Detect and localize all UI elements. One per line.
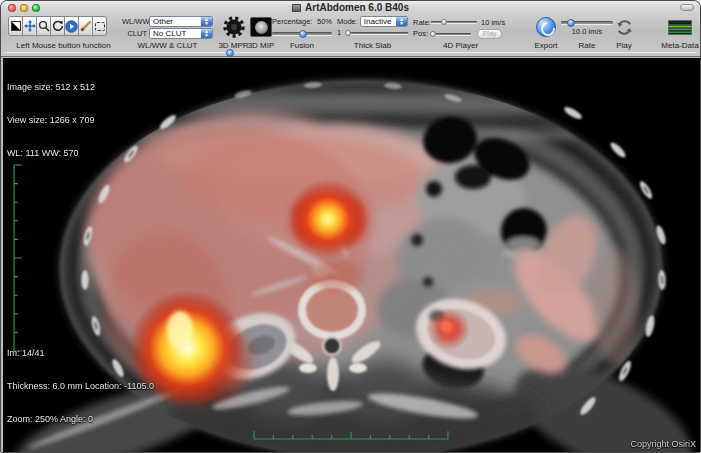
measure-line-icon (80, 20, 92, 32)
metadata-button[interactable] (663, 16, 697, 38)
osirix-viewer-window: ArtAbdomen 6.0 B40s (0, 0, 701, 453)
overlay-copyright: Copyright OsiriX (630, 439, 696, 450)
fusion-percentage-label: Percentage: (272, 17, 312, 27)
player-pos-slider[interactable] (431, 33, 471, 35)
wlww-popup[interactable]: Other▲▼ (149, 16, 213, 27)
magnify-icon (38, 20, 50, 32)
overlay-image-index: Im: 14/41 (7, 348, 154, 359)
document-proxy-icon (292, 4, 301, 12)
overlay-top-left: Image size: 512 x 512 View size: 1266 x … (7, 60, 95, 181)
overlay-view-size: View size: 1266 x 709 (7, 115, 95, 126)
window-title: ArtAbdomen 6.0 B40s (1, 2, 700, 13)
rotate-icon (52, 20, 64, 32)
player-rate-slider-thumb[interactable] (441, 19, 447, 25)
fusion-slider[interactable] (272, 32, 332, 35)
group-mouse-tools: Left Mouse button function (8, 16, 119, 50)
scroll-groove (4, 52, 697, 53)
play-loop-icon (615, 18, 634, 37)
fusion-slider-thumb[interactable] (299, 30, 307, 38)
clut-label: CLUT (122, 29, 147, 38)
overlay-window-level: WL: 111 WW: 570 (7, 148, 95, 159)
mip-thumbnail-icon (250, 17, 272, 37)
player-rate-value: 10 im/s (481, 18, 505, 27)
rate-slider[interactable] (561, 21, 613, 24)
thick-slab-mode-label: Mode: (337, 17, 358, 26)
tool-rotate-button[interactable] (50, 16, 65, 36)
contrast-icon (11, 21, 21, 31)
player-rate-slider[interactable] (431, 21, 477, 23)
gear-icon (223, 16, 245, 38)
player-play-button[interactable]: Play (477, 29, 502, 39)
group-metadata: Meta-Data (663, 16, 697, 50)
play-button[interactable] (610, 16, 638, 38)
dicom-viewport[interactable]: Image size: 512 x 512 View size: 1266 x … (3, 58, 700, 452)
tool-roi-button[interactable] (92, 16, 107, 36)
popup-arrows-icon: ▲▼ (396, 17, 407, 26)
tool-measure-button[interactable] (78, 16, 93, 36)
export-button[interactable] (530, 16, 562, 38)
toolbar-toggle-pill[interactable] (680, 4, 694, 11)
tool-pan-button[interactable] (22, 16, 37, 36)
overlay-zoom-angle: Zoom: 250% Angle: 0 (7, 414, 154, 425)
mip-button[interactable] (248, 16, 274, 38)
wlww-label: WL/WW (122, 17, 147, 26)
thick-slab-slider-thumb[interactable] (345, 30, 351, 36)
overlay-bottom-left: Im: 14/41 Thickness: 6.0 mm Location: -1… (7, 326, 154, 447)
group-4d-player: Rate: 10 im/s Pos: Play 4D Player (413, 16, 508, 50)
rate-slider-thumb[interactable] (567, 19, 575, 27)
clut-popup[interactable]: No CLUT▲▼ (149, 28, 213, 39)
rate-value: 10.0 im/s (561, 27, 613, 36)
export-quicktime-icon (536, 17, 556, 37)
thick-slab-slider[interactable] (345, 32, 408, 34)
group-wlww-clut: WL/WW Other▲▼ CLUT No CLUT▲▼ WL/WW & CLU… (122, 16, 213, 50)
group-thick-slab: Mode: Inactive▲▼ 1 Thick Slab (337, 16, 408, 50)
player-pos-slider-thumb[interactable] (430, 31, 436, 37)
tool-cine-button[interactable] (64, 16, 79, 36)
player-pos-label: Pos: (413, 29, 431, 38)
mpr-button[interactable] (220, 16, 247, 38)
window-chrome: ArtAbdomen 6.0 B40s (1, 1, 700, 57)
group-play: Play (610, 16, 638, 50)
pan-icon (24, 20, 36, 32)
image-scroll-slider[interactable] (1, 48, 700, 57)
roi-rectangle-icon (95, 22, 105, 31)
player-rate-label: Rate: (413, 18, 431, 27)
thick-slab-mode-popup[interactable]: Inactive▲▼ (360, 16, 408, 27)
popup-arrows-icon: ▲▼ (201, 17, 212, 26)
tool-wlww-contrast-button[interactable] (8, 16, 23, 36)
thick-slab-value: 1 (337, 28, 345, 37)
image-scroll-thumb[interactable] (226, 49, 234, 57)
titlebar: ArtAbdomen 6.0 B40s (1, 1, 700, 14)
metadata-table-icon (668, 20, 692, 35)
overlay-image-size: Image size: 512 x 512 (7, 82, 95, 93)
cine-play-icon (65, 20, 78, 33)
tool-magnify-button[interactable] (36, 16, 51, 36)
fusion-percentage-value: 50% (317, 17, 332, 27)
overlay-thickness-location: Thickness: 6.0 mm Location: -1105.0 (7, 381, 154, 392)
popup-arrows-icon: ▲▼ (201, 29, 212, 38)
